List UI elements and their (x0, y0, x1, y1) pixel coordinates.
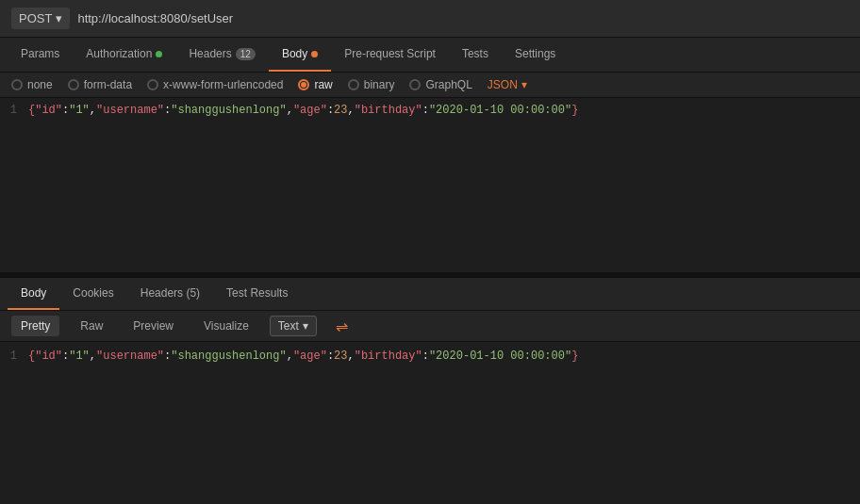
resp-username-key: "username" (96, 350, 164, 363)
resp-birthday-val: "2020-01-10 00:00:00" (429, 350, 571, 363)
code-age-val: 23 (334, 104, 347, 117)
radio-raw (298, 79, 309, 90)
option-form-data[interactable]: form-data (68, 78, 132, 91)
resp-comma-1: , (90, 350, 96, 363)
tab-headers-label: Headers (189, 47, 231, 60)
code-comma-3: , (348, 104, 355, 117)
tab-authorization[interactable]: Authorization (73, 38, 175, 72)
radio-urlencoded (147, 79, 158, 90)
response-body: 1 {"id":"1","username":"shanggushenlong"… (0, 342, 860, 366)
text-dropdown-label: Text (278, 319, 299, 333)
option-binary-label: binary (364, 78, 395, 91)
option-none[interactable]: none (11, 78, 53, 91)
wrap-icon[interactable]: ⇌ (336, 317, 348, 335)
option-raw-label: raw (314, 78, 332, 91)
tab-params[interactable]: Params (8, 38, 73, 72)
option-binary[interactable]: binary (348, 78, 395, 91)
tab-settings-label: Settings (515, 47, 555, 60)
authorization-dot (156, 51, 162, 57)
code-age-key: "age" (293, 104, 327, 117)
body-options: none form-data x-www-form-urlencoded raw… (0, 73, 860, 98)
format-raw[interactable]: Raw (71, 316, 112, 336)
format-label: JSON (488, 78, 518, 91)
code-username-key: "username" (96, 104, 164, 117)
option-graphql-label: GraphQL (425, 78, 471, 91)
headers-badge: 12 (236, 48, 256, 60)
tab-tests[interactable]: Tests (449, 38, 502, 72)
response-tab-body[interactable]: Body (8, 278, 59, 310)
url-bar: POST ▾ (0, 0, 860, 38)
editor-line-1: 1 {"id":"1","username":"shanggushenlong"… (0, 98, 860, 119)
response-line-1: 1 {"id":"1","username":"shanggushenlong"… (0, 346, 860, 363)
format-visualize[interactable]: Visualize (194, 316, 258, 336)
code-birthday-key: "birthday" (355, 104, 422, 117)
format-dropdown[interactable]: JSON ▾ (488, 78, 527, 91)
line-number-1: 1 (0, 100, 28, 117)
tab-body[interactable]: Body (269, 38, 331, 72)
resp-birthday-key: "birthday" (355, 350, 422, 363)
response-tab-headers[interactable]: Headers (5) (127, 278, 213, 310)
response-tab-cookies[interactable]: Cookies (59, 278, 126, 310)
format-row: Pretty Raw Preview Visualize Text ▾ ⇌ (0, 311, 860, 342)
request-editor: 1 {"id":"1","username":"shanggushenlong"… (0, 98, 860, 272)
tab-body-label: Body (282, 47, 307, 60)
response-tab-testresults-label: Test Results (226, 286, 288, 300)
option-graphql[interactable]: GraphQL (409, 78, 471, 91)
format-pretty[interactable]: Pretty (11, 316, 59, 336)
resp-age-val: 23 (334, 350, 347, 363)
tab-tests-label: Tests (462, 47, 488, 60)
response-tabs: Body Cookies Headers (5) Test Results (0, 278, 860, 311)
code-brace-close: } (571, 104, 578, 117)
resp-colon-4: : (422, 350, 429, 363)
tab-params-label: Params (21, 47, 59, 60)
resp-brace-close: } (571, 350, 578, 363)
code-comma-2: , (287, 104, 293, 117)
resp-id-key: "id" (35, 350, 62, 363)
body-dot (311, 51, 318, 57)
resp-username-val: "shanggushenlong" (171, 350, 286, 363)
format-dropdown-icon: ▾ (521, 78, 527, 91)
option-form-data-label: form-data (84, 78, 132, 91)
text-dropdown-icon: ▾ (303, 319, 308, 333)
code-line-1[interactable]: {"id":"1","username":"shanggushenlong","… (28, 100, 578, 117)
radio-graphql (409, 79, 421, 90)
tab-headers[interactable]: Headers 12 (175, 38, 268, 72)
method-selector[interactable]: POST ▾ (11, 8, 70, 29)
option-none-label: none (27, 78, 53, 91)
response-code-line-1[interactable]: {"id":"1","username":"shanggushenlong","… (28, 346, 578, 363)
format-preview[interactable]: Preview (124, 316, 183, 336)
resp-comma-3: , (348, 350, 355, 363)
response-tab-headers-label: Headers (5) (141, 286, 200, 300)
request-tabs: Params Authorization Headers 12 Body Pre… (0, 38, 860, 73)
option-urlencoded[interactable]: x-www-form-urlencoded (147, 78, 283, 91)
tab-prerequest-label: Pre-request Script (344, 47, 436, 60)
text-dropdown[interactable]: Text ▾ (270, 316, 317, 336)
response-tab-cookies-label: Cookies (73, 286, 113, 300)
code-colon-3: : (327, 104, 334, 117)
code-username-val: "shanggushenlong" (171, 104, 286, 117)
tab-settings[interactable]: Settings (502, 38, 569, 72)
radio-form-data (68, 79, 79, 90)
resp-id-val: "1" (69, 350, 90, 363)
response-line-number-1: 1 (0, 346, 28, 363)
code-colon-4: : (422, 104, 429, 117)
response-tab-body-label: Body (21, 286, 46, 300)
option-raw[interactable]: raw (298, 78, 332, 91)
code-birthday-val: "2020-01-10 00:00:00" (429, 104, 571, 117)
radio-binary (348, 79, 359, 90)
url-input[interactable] (77, 11, 849, 25)
code-id-key: "id" (35, 104, 62, 117)
resp-colon-3: : (327, 350, 334, 363)
resp-comma-2: , (287, 350, 293, 363)
code-id-val: "1" (69, 104, 90, 117)
method-dropdown-icon: ▾ (56, 11, 62, 25)
resp-age-key: "age" (293, 350, 327, 363)
radio-none (11, 79, 23, 90)
response-tab-testresults[interactable]: Test Results (213, 278, 301, 310)
code-comma-1: , (90, 104, 96, 117)
option-urlencoded-label: x-www-form-urlencoded (163, 78, 283, 91)
method-label: POST (19, 11, 52, 25)
tab-prerequest[interactable]: Pre-request Script (331, 38, 449, 72)
tab-authorization-label: Authorization (86, 47, 152, 60)
